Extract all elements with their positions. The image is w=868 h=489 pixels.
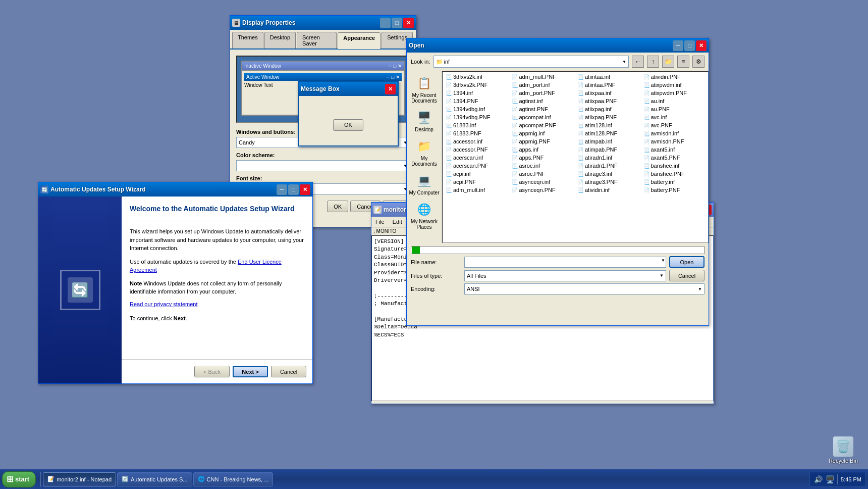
sidebar-my-computer[interactable]: 💻 My Computer	[407, 171, 442, 198]
file-item[interactable]: 📃appmig.inf	[510, 129, 576, 137]
file-item[interactable]: 📃battery.inf	[641, 178, 708, 186]
file-item[interactable]: 📄61883.PNF	[444, 129, 510, 137]
file-item[interactable]: 📄apcompat.PNF	[510, 121, 576, 129]
privacy-link[interactable]: Read our privacy statement	[130, 301, 198, 307]
file-item[interactable]: 📄avc.PNF	[641, 121, 708, 129]
taskbar-item-browser[interactable]: 🌐 CNN - Breaking News, ...	[193, 472, 274, 486]
tray-network-icon[interactable]: 🖥️	[826, 475, 834, 483]
file-item[interactable]: 📄atiradn1.PNF	[575, 162, 641, 170]
file-item[interactable]: 📃atirage3.inf	[575, 170, 641, 178]
file-item[interactable]: 📄adm_mult.PNF	[510, 73, 576, 81]
start-button[interactable]: ⊞ start	[2, 471, 36, 487]
file-item[interactable]: 📃atimpab.inf	[575, 137, 641, 145]
cancel-button-open[interactable]: Cancel	[669, 270, 704, 281]
file-item[interactable]: 📄au.PNF	[641, 105, 708, 113]
file-item[interactable]: 📃agtinst.inf	[510, 97, 576, 105]
file-item[interactable]: 📃atiixpaa.inf	[575, 89, 641, 97]
files-of-type-dropdown[interactable]: All Files ▼	[464, 270, 666, 281]
file-item[interactable]: 📄appmig.PNF	[510, 137, 576, 145]
file-item[interactable]: 📃1394vdbg.inf	[444, 105, 510, 113]
file-item[interactable]: 📃apps.inf	[510, 145, 576, 154]
close-button[interactable]: ✕	[403, 18, 414, 28]
msgbox-close-button[interactable]: ✕	[385, 84, 396, 94]
file-item[interactable]: 📃adm_mult.inf	[444, 186, 510, 194]
file-item[interactable]: 📃banshee.inf	[641, 162, 708, 170]
file-item[interactable]: 📄avmisdn.PNF	[641, 137, 708, 145]
file-item[interactable]: 📄asroc.PNF	[510, 170, 576, 178]
notepad-file-menu[interactable]: File	[371, 218, 389, 226]
file-item[interactable]: 📃atividin.inf	[575, 186, 641, 194]
back-button[interactable]: ←	[632, 56, 644, 68]
file-item[interactable]: 📄acpi.PNF	[444, 178, 510, 186]
file-item[interactable]: 📄agtinst.PNF	[510, 105, 576, 113]
cancel-button-wizard[interactable]: Cancel	[271, 366, 306, 377]
file-item[interactable]: 📄asynceqn.PNF	[510, 186, 576, 194]
file-item[interactable]: 📄adm_port.PNF	[510, 89, 576, 97]
file-item[interactable]: 📄3dfxvs2k.PNF	[444, 81, 510, 89]
taskbar-item-notepad[interactable]: 📝 monitor2.inf - Notepad	[43, 472, 116, 486]
wizard-minimize[interactable]: ─	[277, 184, 287, 195]
new-folder-button[interactable]: 📁	[662, 56, 674, 68]
view-button[interactable]: ≡	[677, 56, 689, 68]
file-item[interactable]: 📄acerscan.PNF	[444, 162, 510, 170]
file-item[interactable]: 📃acerscan.inf	[444, 154, 510, 162]
file-name-input[interactable]	[464, 257, 666, 268]
file-item[interactable]: 📃avc.inf	[641, 113, 708, 121]
file-item[interactable]: 📄atividin.PNF	[641, 73, 708, 81]
file-item[interactable]: 📃accessor.inf	[444, 137, 510, 145]
minimize-button[interactable]: ─	[380, 18, 391, 28]
file-item[interactable]: 📄axant5.PNF	[641, 154, 708, 162]
wizard-close[interactable]: ✕	[300, 184, 310, 195]
sidebar-desktop[interactable]: 🖥️ Desktop	[407, 108, 442, 134]
tab-appearance[interactable]: Appearance	[338, 32, 381, 49]
tab-screensaver[interactable]: Screen Saver	[297, 32, 337, 48]
file-item[interactable]: 📃atiradn1.inf	[575, 154, 641, 162]
open-button[interactable]: Open	[669, 256, 704, 268]
recycle-bin[interactable]: 🗑️ Recycle Bin	[829, 436, 858, 464]
file-item[interactable]: 📄atiintaa.PNF	[575, 81, 641, 89]
file-item[interactable]: 📃asroc.inf	[510, 162, 576, 170]
file-item[interactable]: 📄apps.PNF	[510, 154, 576, 162]
file-item[interactable]: 📃acpi.inf	[444, 170, 510, 178]
file-item[interactable]: 📃avmisdn.inf	[641, 129, 708, 137]
file-item[interactable]: 📃adm_port.inf	[510, 81, 576, 89]
sidebar-network-places[interactable]: 🌐 My Network Places	[407, 200, 442, 232]
file-item[interactable]: 📃atim128.inf	[575, 121, 641, 129]
file-item[interactable]: 📃au.inf	[641, 97, 708, 105]
open-minimize-button[interactable]: ─	[673, 40, 683, 51]
message-box-ok-button[interactable]: OK	[333, 119, 363, 131]
tools-button[interactable]: ⚙	[692, 56, 704, 68]
file-item[interactable]: 📃atiintaa.inf	[575, 73, 641, 81]
taskbar-item-autoupdate[interactable]: 🔄 Automatic Updates S...	[117, 472, 192, 486]
file-item[interactable]: 📃atiixpag.inf	[575, 105, 641, 113]
file-item[interactable]: 📄atirage3.PNF	[575, 178, 641, 186]
file-item[interactable]: 📃asynceqn.inf	[510, 178, 576, 186]
tray-sound-icon[interactable]: 🔊	[814, 475, 823, 483]
file-item[interactable]: 📄atiixpag.PNF	[575, 113, 641, 121]
notepad-edit-menu[interactable]: Edit	[389, 218, 406, 226]
open-maximize-button[interactable]: □	[684, 40, 695, 51]
file-item[interactable]: 📃3dfxvs2k.inf	[444, 73, 510, 81]
look-in-dropdown[interactable]: 📁 inf ▼	[433, 56, 629, 68]
file-item[interactable]: 📄atim128.PNF	[575, 129, 641, 137]
sidebar-my-documents[interactable]: 📁 My Documents	[407, 136, 442, 169]
up-button[interactable]: ↑	[647, 56, 659, 68]
file-item[interactable]: 📃atixpwdm.inf	[641, 81, 708, 89]
file-item[interactable]: 📄battery.PNF	[641, 186, 708, 194]
file-item[interactable]: 📄atimpab.PNF	[575, 145, 641, 154]
ok-button[interactable]: OK	[327, 201, 348, 212]
file-item[interactable]: 📃apcompat.inf	[510, 113, 576, 121]
file-item[interactable]: 📄atixpwdm.PNF	[641, 89, 708, 97]
next-button-wizard[interactable]: Next >	[233, 366, 268, 377]
open-close-button[interactable]: ✕	[696, 40, 707, 51]
file-item[interactable]: 📄1394vdbg.PNF	[444, 113, 510, 121]
maximize-button[interactable]: □	[392, 18, 402, 28]
wizard-maximize[interactable]: □	[288, 184, 299, 195]
file-item[interactable]: 📄accessor.PNF	[444, 145, 510, 154]
tab-desktop[interactable]: Desktop	[264, 32, 296, 48]
file-item[interactable]: 📃1394.inf	[444, 89, 510, 97]
file-item[interactable]: 📃61883.inf	[444, 121, 510, 129]
sidebar-recent-docs[interactable]: 📋 My Recent Documents	[407, 73, 442, 106]
file-item[interactable]: 📄1394.PNF	[444, 97, 510, 105]
file-item[interactable]: 📄banshee.PNF	[641, 170, 708, 178]
